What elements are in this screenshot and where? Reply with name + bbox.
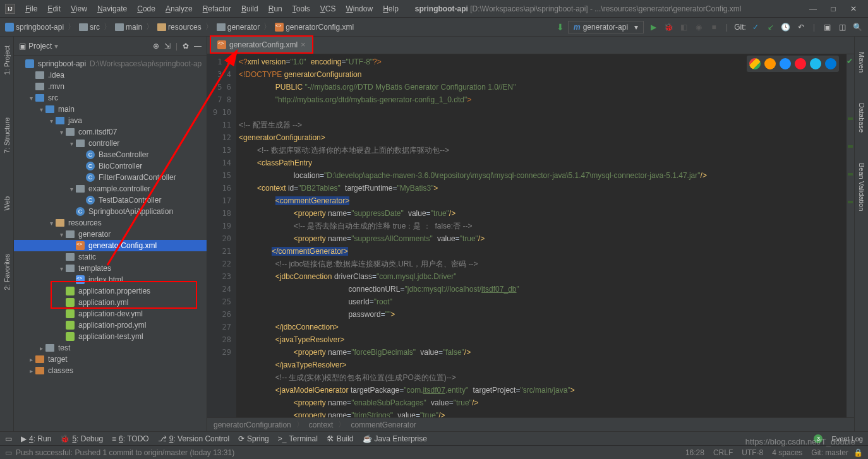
tool-tab[interactable]: 7: Structure <box>2 115 12 156</box>
tree-node[interactable]: ▾controller <box>14 138 207 149</box>
close-button[interactable]: ✕ <box>844 3 863 15</box>
status-widget[interactable]: 4 spaces <box>772 448 802 457</box>
tree-node[interactable]: ▾src <box>14 92 207 104</box>
vcs-commit-icon[interactable]: ↙ <box>765 21 776 33</box>
breadcrumb-item[interactable]: resources <box>157 23 202 32</box>
menu-run[interactable]: Run <box>265 3 286 15</box>
firefox-icon[interactable] <box>764 58 776 69</box>
status-widget[interactable]: UTF-8 <box>742 448 763 457</box>
expand-all-icon[interactable]: ⇲ <box>164 42 171 51</box>
ie-icon[interactable] <box>810 58 821 69</box>
tree-node[interactable]: ▾templates <box>14 263 207 274</box>
tree-node[interactable]: generatorConfig.xml <box>14 240 207 251</box>
tree-node[interactable]: application-prod.yml <box>14 319 207 331</box>
run-icon[interactable]: ▶ <box>648 21 659 33</box>
tree-node[interactable]: CFilterForwardController <box>14 172 207 183</box>
profile-icon[interactable]: ◉ <box>693 21 704 33</box>
tree-node[interactable]: ▾example.controller <box>14 183 207 194</box>
editor-crumb[interactable]: generatorConfiguration <box>214 420 291 429</box>
editor-tab-generatorconfig[interactable]: generatorConfig.xml × <box>210 35 313 54</box>
menu-view[interactable]: View <box>67 3 91 15</box>
tool-tab[interactable]: Database <box>857 100 867 135</box>
close-tab-icon[interactable]: × <box>301 40 306 49</box>
status-widget[interactable]: 16:28 <box>685 448 704 457</box>
maximize-button[interactable]: □ <box>824 3 843 15</box>
hide-icon[interactable]: — <box>194 42 202 51</box>
menu-vcs[interactable]: VCS <box>316 3 340 15</box>
tool-tab[interactable]: Web <box>2 194 12 213</box>
tree-node[interactable]: ▾com.itsdf07 <box>14 126 207 138</box>
tree-node[interactable]: ▸classes <box>14 365 207 376</box>
tree-node[interactable]: CTestDataController <box>14 194 207 206</box>
vcs-update-icon[interactable]: ✓ <box>750 21 761 33</box>
tree-node[interactable]: ▸target <box>14 354 207 365</box>
project-panel-title[interactable]: ▣Project▾ <box>19 42 153 51</box>
tree-node[interactable]: ▾main <box>14 104 207 115</box>
tool-tab[interactable]: 2: Favorites <box>2 251 12 292</box>
minimize-button[interactable]: — <box>804 3 823 15</box>
tree-node[interactable]: application-test.yml <box>14 331 207 342</box>
debug-icon[interactable]: 🐞 <box>663 21 674 33</box>
breadcrumb-item[interactable]: springboot-api <box>5 23 64 32</box>
coverage-icon[interactable]: ◧ <box>678 21 689 33</box>
menu-window[interactable]: Window <box>342 3 377 15</box>
build-icon[interactable]: ⬇ <box>557 22 564 32</box>
breadcrumb-item[interactable]: src <box>79 23 100 32</box>
tree-node[interactable]: ▾java <box>14 115 207 126</box>
menu-edit[interactable]: Edit <box>44 3 64 15</box>
tree-node[interactable]: CSpringbootApiApplication <box>14 206 207 217</box>
stop-icon[interactable]: ■ <box>708 21 720 33</box>
editor-breadcrumbs[interactable]: generatorConfiguration〉context〉commentGe… <box>207 417 854 431</box>
project-tree[interactable]: springboot-apiD:\Workspaces\api\springbo… <box>14 56 207 431</box>
vcs-revert-icon[interactable]: ↶ <box>795 21 807 33</box>
breadcrumb-item[interactable]: generator <box>217 23 260 32</box>
menu-analyze[interactable]: Analyze <box>162 3 196 15</box>
tree-node[interactable]: ▾resources <box>14 217 207 229</box>
status-icon[interactable]: ▭ <box>5 448 12 457</box>
menu-tools[interactable]: Tools <box>289 3 314 15</box>
chrome-icon[interactable] <box>749 58 761 69</box>
vcs-history-icon[interactable]: 🕓 <box>780 21 792 33</box>
tree-node[interactable]: ▸test <box>14 342 207 354</box>
safari-icon[interactable] <box>780 58 791 69</box>
tree-node[interactable]: .idea <box>14 69 207 81</box>
editor-crumb[interactable]: commentGenerator <box>351 420 416 429</box>
editor-crumb[interactable]: context <box>309 420 334 429</box>
tree-node[interactable]: CBioController <box>14 160 207 172</box>
edge-icon[interactable] <box>825 58 836 69</box>
breadcrumb-item[interactable]: main <box>115 23 142 32</box>
tool-tab[interactable]: Maven <box>857 49 867 75</box>
code-editor[interactable]: <?xml version="1.0" encoding="UTF-8"?> <… <box>236 54 847 417</box>
bottom-tool-button[interactable]: ≡6: TODO <box>112 434 149 443</box>
select-opened-icon[interactable]: ⊕ <box>153 42 159 51</box>
breadcrumb-item[interactable]: generatorConfig.xml <box>275 23 354 32</box>
bottom-tool-button[interactable]: ▶4: Run <box>21 434 51 443</box>
search-icon[interactable]: 🔍 <box>852 21 863 33</box>
bottom-tool-button[interactable]: ☕Java Enterprise <box>363 434 427 443</box>
bottom-tool-button[interactable]: ⟳Spring <box>238 434 269 443</box>
status-widget[interactable]: Git: master <box>811 448 848 457</box>
menu-help[interactable]: Help <box>379 3 402 15</box>
bottom-tool-button[interactable]: >_Terminal <box>278 434 318 443</box>
tool-tab[interactable]: 1: Project <box>2 43 12 77</box>
menu-build[interactable]: Build <box>238 3 262 15</box>
tree-node[interactable]: springboot-apiD:\Workspaces\api\springbo… <box>14 58 207 69</box>
tool-tab[interactable]: Bean Validation <box>857 160 867 213</box>
menu-code[interactable]: Code <box>133 3 159 15</box>
bottom-tool-button[interactable]: ⎇9: Version Control <box>158 434 229 443</box>
run-configuration-selector[interactable]: mgenerator-api▾ <box>568 21 644 33</box>
tree-node[interactable]: CBaseController <box>14 149 207 160</box>
messages-icon[interactable]: ▭ <box>5 434 12 443</box>
opera-icon[interactable] <box>795 58 806 69</box>
tree-node[interactable]: .mvn <box>14 81 207 92</box>
tree-node[interactable]: application-dev.yml <box>14 308 207 319</box>
structure-icon[interactable]: ◫ <box>836 21 848 33</box>
bottom-tool-button[interactable]: 🐞5: Debug <box>60 434 103 443</box>
bottom-tool-button[interactable]: 🛠Build <box>327 434 354 443</box>
folders-icon[interactable]: ▣ <box>821 21 833 33</box>
status-widget[interactable]: CRLF <box>713 448 733 457</box>
menu-navigate[interactable]: Navigate <box>93 3 131 15</box>
lock-icon[interactable]: 🔒 <box>853 448 863 457</box>
tree-node[interactable]: static <box>14 251 207 263</box>
tree-node[interactable]: ▾generator <box>14 229 207 240</box>
